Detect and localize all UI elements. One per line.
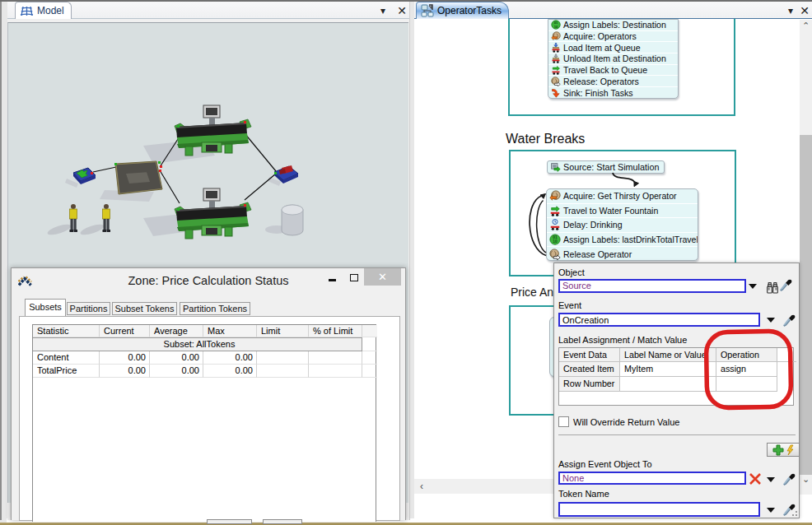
svg-text:10: 10 xyxy=(554,25,558,29)
svg-text:10: 10 xyxy=(553,239,558,244)
svg-text:01: 01 xyxy=(553,235,558,239)
